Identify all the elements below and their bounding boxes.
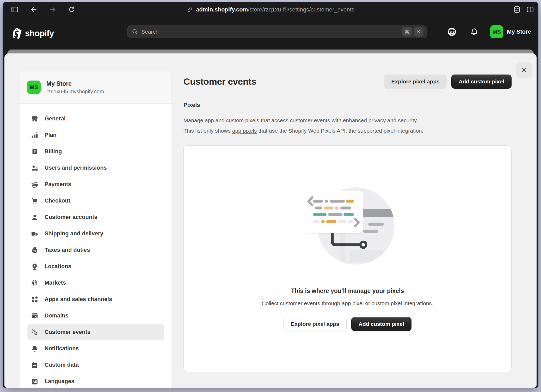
notifications-bell-icon[interactable] [470,28,478,36]
customer-events-page: Customer events Explore pixel apps Add c… [183,75,512,372]
sidebar-item-taxes-and-duties[interactable]: %Taxes and duties [27,242,164,258]
person-icon [31,214,38,221]
settings-modal: MS My Store rzq1xu-f5.myshopify.com Gene… [4,53,537,388]
globe-icon: $ [31,279,38,287]
empty-explore-pixel-apps-button[interactable]: Explore pixel apps [284,317,347,331]
sidebar-item-general[interactable]: General [27,111,164,127]
link-icon [187,7,193,13]
pixels-description: Manage app and custom pixels that access… [183,115,512,136]
taxes-icon: % [31,247,38,254]
sidebar-toggle-icon[interactable] [11,6,18,13]
sidebar-item-label: Shipping and delivery [45,230,103,237]
url-host: admin.shopify.com [196,6,248,13]
sidebar-item-label: Plan [45,132,57,138]
translate-icon: A [31,378,38,385]
kbd-command: ⌘ [402,27,412,36]
settings-sidebar: MS My Store rzq1xu-f5.myshopify.com Gene… [20,71,171,388]
sidebar-item-domains[interactable]: Domains [27,308,164,324]
sidebar-item-label: Markets [45,280,66,286]
pin-icon [31,263,38,270]
add-custom-pixel-button[interactable]: Add custom pixel [451,75,512,89]
sidebar-item-locations[interactable]: Locations [27,258,164,275]
sidebar-item-label: Customer events [45,329,90,335]
truck-icon [31,230,38,237]
shopify-logo[interactable]: shopify [12,27,54,39]
back-button[interactable] [30,6,37,13]
split-view-icon[interactable] [527,6,534,13]
empty-add-custom-pixel-button[interactable]: Add custom pixel [351,317,411,331]
reload-button[interactable] [68,6,75,13]
sidebar-item-label: Customer accounts [45,214,97,220]
page-title: Customer events [183,76,384,87]
sidebar-item-customer-events[interactable]: Customer events [27,324,164,340]
sidebar-item-checkout[interactable]: Checkout [27,193,164,209]
sidebar-store-domain: rzq1xu-f5.myshopify.com [46,89,104,95]
sidebar-item-label: Checkout [45,198,70,204]
sidebar-item-notifications[interactable]: Notifications [27,340,164,357]
sidekick-assistant-icon[interactable] [447,27,457,37]
url-path: /store/rzq1xu-f5/settings/customer_event… [248,6,354,13]
domains-icon [31,312,38,320]
sidebar-item-label: Apps and sales channels [45,296,112,303]
sidebar-item-label: Taxes and duties [45,247,90,253]
header-store-name: My Store [507,28,531,35]
sidebar-item-billing[interactable]: $Billing [27,143,164,160]
sidebar-item-languages[interactable]: ALanguages [27,373,164,388]
plan-icon [31,132,38,139]
pixels-section-heading: Pixels [183,102,512,108]
sidebar-item-label: Billing [45,148,62,155]
sidebar-item-payments[interactable]: Payments [27,176,164,193]
sidebar-item-customer-accounts[interactable]: Customer accounts [27,209,164,225]
sidebar-item-label: Custom data [45,362,79,368]
sidebar-item-label: General [45,115,66,122]
search-placeholder: Search [141,29,400,35]
checkout-icon [31,197,38,205]
sidebar-item-users-and-permissions[interactable]: Users and permissions [27,160,164,176]
store-icon [31,115,38,123]
sidebar-item-markets[interactable]: $Markets [27,275,164,291]
sidebar-item-label: Payments [45,181,71,188]
close-icon [521,66,527,73]
sidebar-item-label: Users and permissions [45,165,107,171]
empty-state-heading: This is where you’ll manage your pixels [291,287,404,295]
close-button[interactable] [516,62,532,78]
browser-window: admin.shopify.com/store/rzq1xu-f5/settin… [3,2,538,388]
store-avatar-initials: MS [493,29,501,35]
page-settings-icon[interactable] [513,6,520,13]
svg-text:%: % [33,249,36,252]
sidebar-store-avatar: MS [27,81,41,94]
empty-state-subtext: Collect customer events through app pixe… [262,300,433,307]
sidebar-item-label: Locations [45,263,71,270]
billing-icon: $ [31,148,38,155]
users-icon [31,164,38,172]
svg-text:A: A [33,380,35,384]
search-icon [132,29,138,35]
sidebar-item-plan[interactable]: Plan [27,127,164,143]
svg-text:$: $ [34,149,36,153]
store-avatar[interactable]: MS [490,25,503,38]
sidebar-item-apps-and-sales-channels[interactable]: Apps and sales channels [27,291,164,308]
cursor-click-icon [31,329,38,336]
admin-header: shopify Search ⌘ K MS My Store [3,17,538,50]
sidebar-store-avatar-initials: MS [30,84,38,91]
sidebar-store-card: MS My Store rzq1xu-f5.myshopify.com [20,71,171,104]
pixels-empty-state-card: This is where you’ll manage your pixels … [183,145,512,372]
sidebar-store-name: My Store [46,80,104,87]
kbd-k: K [414,27,423,36]
payments-icon [31,181,38,188]
shopify-bag-icon [12,27,23,39]
search-input[interactable]: Search ⌘ K [127,26,427,38]
forward-button[interactable] [49,6,56,13]
svg-text:$: $ [35,283,37,286]
sidebar-item-custom-data[interactable]: Custom data [27,357,164,373]
description-text-after: that use the Shopify Web Pixels API, the… [257,128,423,134]
app-pixels-link[interactable]: app pixels [232,128,257,134]
sidebar-item-label: Languages [45,378,74,385]
sidebar-item-label: Notifications [45,345,79,352]
bell-icon [31,345,38,352]
settings-nav: GeneralPlan$BillingUsers and permissions… [20,104,171,388]
pixels-illustration [301,187,395,265]
address-bar[interactable]: admin.shopify.com/store/rzq1xu-f5/settin… [187,2,354,17]
explore-pixel-apps-button[interactable]: Explore pixel apps [384,75,447,89]
sidebar-item-shipping-and-delivery[interactable]: Shipping and delivery [27,225,164,242]
